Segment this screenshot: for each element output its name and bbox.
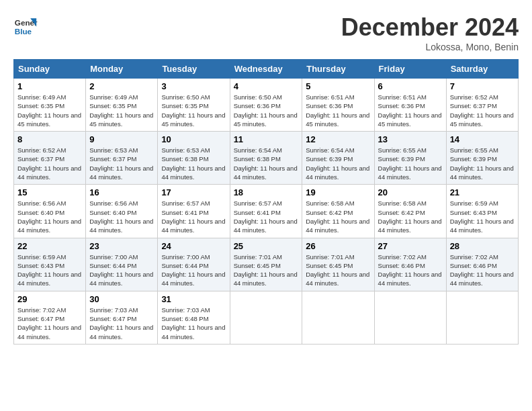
column-header-tuesday: Tuesday: [158, 60, 230, 79]
day-info: Sunrise: 6:56 AMSunset: 6:40 PMDaylight:…: [89, 199, 154, 234]
day-info: Sunrise: 6:57 AMSunset: 6:41 PMDaylight:…: [234, 199, 299, 234]
calendar-cell: 9Sunrise: 6:53 AMSunset: 6:37 PMDaylight…: [86, 132, 158, 185]
day-number: 2: [89, 81, 154, 91]
location: Lokossa, Mono, Benin: [341, 42, 519, 52]
calendar-cell: 8Sunrise: 6:52 AMSunset: 6:37 PMDaylight…: [14, 132, 86, 185]
calendar-table: SundayMondayTuesdayWednesdayThursdayFrid…: [13, 59, 519, 345]
day-number: 25: [234, 241, 299, 251]
day-number: 9: [89, 134, 154, 144]
day-info: Sunrise: 7:00 AMSunset: 6:44 PMDaylight:…: [161, 253, 226, 288]
calendar-cell: 17Sunrise: 6:57 AMSunset: 6:41 PMDayligh…: [158, 185, 230, 238]
calendar-cell: [302, 291, 374, 344]
day-number: 19: [306, 187, 370, 197]
day-info: Sunrise: 6:50 AMSunset: 6:35 PMDaylight:…: [161, 93, 226, 128]
day-number: 21: [450, 187, 515, 197]
day-info: Sunrise: 6:53 AMSunset: 6:37 PMDaylight:…: [89, 146, 154, 181]
day-info: Sunrise: 6:52 AMSunset: 6:37 PMDaylight:…: [450, 93, 515, 128]
day-number: 12: [306, 134, 370, 144]
day-number: 24: [161, 241, 226, 251]
day-number: 31: [161, 294, 226, 304]
column-header-monday: Monday: [86, 60, 158, 79]
calendar-cell: 31Sunrise: 7:03 AMSunset: 6:48 PMDayligh…: [158, 291, 230, 344]
day-info: Sunrise: 6:51 AMSunset: 6:36 PMDaylight:…: [306, 93, 370, 128]
day-number: 10: [161, 134, 226, 144]
calendar-cell: 29Sunrise: 7:02 AMSunset: 6:47 PMDayligh…: [14, 291, 86, 344]
calendar-cell: 27Sunrise: 7:02 AMSunset: 6:46 PMDayligh…: [374, 238, 446, 291]
month-title: December 2024: [341, 13, 519, 42]
day-number: 7: [450, 81, 515, 91]
day-number: 20: [378, 187, 443, 197]
calendar-cell: 19Sunrise: 6:58 AMSunset: 6:42 PMDayligh…: [302, 185, 374, 238]
day-number: 27: [378, 241, 443, 251]
calendar-cell: 11Sunrise: 6:54 AMSunset: 6:38 PMDayligh…: [230, 132, 302, 185]
calendar-cell: 4Sunrise: 6:50 AMSunset: 6:36 PMDaylight…: [230, 79, 302, 132]
day-number: 18: [234, 187, 299, 197]
logo-icon: General Blue: [13, 13, 38, 38]
calendar-header-row: SundayMondayTuesdayWednesdayThursdayFrid…: [14, 60, 519, 79]
day-info: Sunrise: 7:00 AMSunset: 6:44 PMDaylight:…: [89, 253, 154, 288]
calendar-cell: [446, 291, 518, 344]
day-number: 8: [17, 134, 82, 144]
day-number: 26: [306, 241, 370, 251]
calendar-cell: 28Sunrise: 7:02 AMSunset: 6:46 PMDayligh…: [446, 238, 518, 291]
day-info: Sunrise: 7:03 AMSunset: 6:48 PMDaylight:…: [161, 306, 226, 341]
day-info: Sunrise: 6:52 AMSunset: 6:37 PMDaylight:…: [17, 146, 82, 181]
day-info: Sunrise: 7:03 AMSunset: 6:47 PMDaylight:…: [89, 306, 154, 341]
calendar-cell: 7Sunrise: 6:52 AMSunset: 6:37 PMDaylight…: [446, 79, 518, 132]
calendar-cell: 2Sunrise: 6:49 AMSunset: 6:35 PMDaylight…: [86, 79, 158, 132]
day-number: 28: [450, 241, 515, 251]
day-info: Sunrise: 6:49 AMSunset: 6:35 PMDaylight:…: [89, 93, 154, 128]
day-number: 29: [17, 294, 82, 304]
day-number: 6: [378, 81, 443, 91]
calendar-week-3: 15Sunrise: 6:56 AMSunset: 6:40 PMDayligh…: [14, 185, 519, 238]
day-info: Sunrise: 6:56 AMSunset: 6:40 PMDaylight:…: [17, 199, 82, 234]
day-number: 22: [17, 241, 82, 251]
calendar-cell: 25Sunrise: 7:01 AMSunset: 6:45 PMDayligh…: [230, 238, 302, 291]
day-info: Sunrise: 6:51 AMSunset: 6:36 PMDaylight:…: [378, 93, 443, 128]
calendar-cell: 5Sunrise: 6:51 AMSunset: 6:36 PMDaylight…: [302, 79, 374, 132]
day-number: 17: [161, 187, 226, 197]
calendar-cell: 23Sunrise: 7:00 AMSunset: 6:44 PMDayligh…: [86, 238, 158, 291]
calendar-week-5: 29Sunrise: 7:02 AMSunset: 6:47 PMDayligh…: [14, 291, 519, 344]
day-info: Sunrise: 7:02 AMSunset: 6:46 PMDaylight:…: [450, 253, 515, 288]
day-info: Sunrise: 6:49 AMSunset: 6:35 PMDaylight:…: [17, 93, 82, 128]
column-header-sunday: Sunday: [14, 60, 86, 79]
calendar-cell: [374, 291, 446, 344]
day-number: 1: [17, 81, 82, 91]
day-info: Sunrise: 6:57 AMSunset: 6:41 PMDaylight:…: [161, 199, 226, 234]
calendar-week-2: 8Sunrise: 6:52 AMSunset: 6:37 PMDaylight…: [14, 132, 519, 185]
calendar-cell: 12Sunrise: 6:54 AMSunset: 6:39 PMDayligh…: [302, 132, 374, 185]
day-info: Sunrise: 7:01 AMSunset: 6:45 PMDaylight:…: [234, 253, 299, 288]
day-info: Sunrise: 6:59 AMSunset: 6:43 PMDaylight:…: [17, 253, 82, 288]
calendar-cell: 13Sunrise: 6:55 AMSunset: 6:39 PMDayligh…: [374, 132, 446, 185]
day-number: 3: [161, 81, 226, 91]
day-info: Sunrise: 7:02 AMSunset: 6:46 PMDaylight:…: [378, 253, 443, 288]
calendar-cell: 10Sunrise: 6:53 AMSunset: 6:38 PMDayligh…: [158, 132, 230, 185]
calendar-cell: 1Sunrise: 6:49 AMSunset: 6:35 PMDaylight…: [14, 79, 86, 132]
calendar-cell: 26Sunrise: 7:01 AMSunset: 6:45 PMDayligh…: [302, 238, 374, 291]
day-number: 5: [306, 81, 370, 91]
page-header: General Blue December 2024 Lokossa, Mono…: [13, 13, 519, 52]
day-number: 11: [234, 134, 299, 144]
day-info: Sunrise: 6:53 AMSunset: 6:38 PMDaylight:…: [161, 146, 226, 181]
day-number: 13: [378, 134, 443, 144]
column-header-saturday: Saturday: [446, 60, 518, 79]
day-info: Sunrise: 6:54 AMSunset: 6:39 PMDaylight:…: [306, 146, 370, 181]
day-info: Sunrise: 6:54 AMSunset: 6:38 PMDaylight:…: [234, 146, 299, 181]
title-block: December 2024 Lokossa, Mono, Benin: [341, 13, 519, 52]
svg-text:Blue: Blue: [15, 27, 32, 36]
column-header-friday: Friday: [374, 60, 446, 79]
day-number: 14: [450, 134, 515, 144]
day-number: 16: [89, 187, 154, 197]
day-info: Sunrise: 7:02 AMSunset: 6:47 PMDaylight:…: [17, 306, 82, 341]
calendar-cell: 21Sunrise: 6:59 AMSunset: 6:43 PMDayligh…: [446, 185, 518, 238]
day-number: 30: [89, 294, 154, 304]
calendar-cell: 16Sunrise: 6:56 AMSunset: 6:40 PMDayligh…: [86, 185, 158, 238]
logo: General Blue: [13, 13, 38, 38]
calendar-week-1: 1Sunrise: 6:49 AMSunset: 6:35 PMDaylight…: [14, 79, 519, 132]
day-info: Sunrise: 7:01 AMSunset: 6:45 PMDaylight:…: [306, 253, 370, 288]
calendar-cell: 3Sunrise: 6:50 AMSunset: 6:35 PMDaylight…: [158, 79, 230, 132]
column-header-wednesday: Wednesday: [230, 60, 302, 79]
column-header-thursday: Thursday: [302, 60, 374, 79]
day-info: Sunrise: 6:50 AMSunset: 6:36 PMDaylight:…: [234, 93, 299, 128]
